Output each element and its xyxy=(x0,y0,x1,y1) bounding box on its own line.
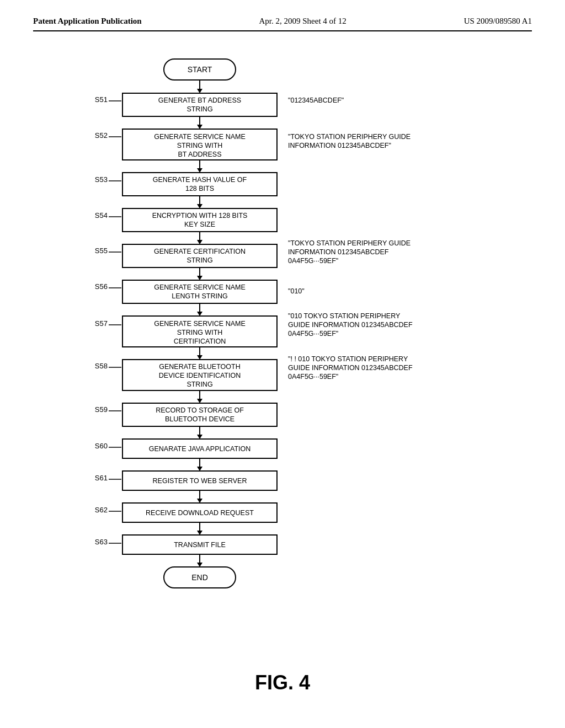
svg-marker-30 xyxy=(197,355,202,360)
step-s59-line2: BLUETOOTH DEVICE xyxy=(165,415,234,423)
flowchart-container: START S51 GENERATE BT ADDRESS STRING "01… xyxy=(33,48,532,649)
step-s61: REGISTER TO WEB SERVER xyxy=(153,477,247,485)
step-s58-line3: STRING xyxy=(186,381,212,388)
annotation-s57-line3: 0A4F5G···59EF" xyxy=(288,330,338,338)
page-header: Patent Application Publication Apr. 2, 2… xyxy=(33,17,532,31)
end-label: END xyxy=(191,573,208,582)
step-s53-line2: 128 BITS xyxy=(185,185,214,192)
step-label-s55: S55 xyxy=(95,247,108,255)
annotation-s58-line1: "! ! 010 TOKYO STATION PERIPHERY xyxy=(288,355,408,363)
start-label: START xyxy=(188,65,212,74)
step-s56-line2: LENGTH STRING xyxy=(172,292,227,300)
step-label-s54: S54 xyxy=(95,211,108,220)
svg-marker-2 xyxy=(197,89,202,93)
step-s58-line2: DEVICE IDENTIFICATION xyxy=(159,372,241,379)
annotation-s57-line1: "010 TOKYO STATION PERIPHERY xyxy=(288,312,401,320)
annotation-s52-line2: INFORMATION 012345ABCDEF" xyxy=(288,142,391,149)
step-label-s62: S62 xyxy=(95,506,108,514)
step-s63: TRANSMIT FILE xyxy=(174,541,226,549)
step-label-s53: S53 xyxy=(95,175,108,184)
svg-marker-14 xyxy=(197,204,202,208)
header-date-sheet: Apr. 2, 2009 Sheet 4 of 12 xyxy=(259,17,347,26)
annotation-s52-line1: "TOKYO STATION PERIPHERY GUIDE xyxy=(288,133,411,141)
svg-marker-50 xyxy=(197,531,202,535)
step-s52-line1: GENERATE SERVICE NAME xyxy=(154,133,246,141)
svg-marker-34 xyxy=(197,399,202,403)
svg-marker-22 xyxy=(197,276,202,280)
figure-caption: FIG. 4 xyxy=(33,671,532,694)
svg-marker-54 xyxy=(197,563,202,567)
annotation-s58-line2: GUIDE INFORMATION 012345ABCDEF xyxy=(288,364,413,372)
step-s54-line1: ENCRYPTION WITH 128 BITS xyxy=(152,212,248,220)
svg-marker-6 xyxy=(197,125,202,129)
step-s51-line1: GENERATE BT ADDRESS xyxy=(158,97,241,104)
page: Patent Application Publication Apr. 2, 2… xyxy=(0,0,565,728)
step-label-s61: S61 xyxy=(95,474,108,482)
step-s59-line1: RECORD TO STORAGE OF xyxy=(156,406,244,414)
step-label-s60: S60 xyxy=(95,442,108,450)
svg-marker-10 xyxy=(197,168,202,173)
step-s57-line3: CERTIFICATION xyxy=(174,338,226,345)
step-s52-line3: BT ADDRESS xyxy=(178,151,222,158)
step-label-s52: S52 xyxy=(95,131,108,140)
annotation-s56: "010" xyxy=(288,287,305,295)
flowchart-svg: START S51 GENERATE BT ADDRESS STRING "01… xyxy=(18,48,547,649)
step-s57-line1: GENERATE SERVICE NAME xyxy=(154,320,246,328)
step-label-s59: S59 xyxy=(95,405,108,414)
svg-marker-46 xyxy=(197,499,202,503)
svg-marker-38 xyxy=(197,435,202,439)
step-s58-line1: GENERATE BLUETOOTH xyxy=(159,363,240,371)
step-s55-line1: GENERATE CERTIFICATION xyxy=(154,248,246,255)
annotation-s57-line2: GUIDE INFORMATION 012345ABCDEF xyxy=(288,321,413,329)
step-label-s57: S57 xyxy=(95,319,108,328)
step-label-s58: S58 xyxy=(95,362,108,370)
annotation-s55-line3: 0A4F5G···59EF" xyxy=(288,257,338,265)
annotation-s58-line3: 0A4F5G···59EF" xyxy=(288,373,338,381)
step-s60: GENARATE JAVA APPLICATION xyxy=(149,445,251,453)
svg-marker-42 xyxy=(197,467,202,471)
step-label-s63: S63 xyxy=(95,538,108,546)
step-s57-line2: STRING WITH xyxy=(177,329,223,336)
step-s56-line1: GENERATE SERVICE NAME xyxy=(154,283,246,291)
step-label-s51: S51 xyxy=(95,95,108,104)
header-publication: Patent Application Publication xyxy=(33,17,142,26)
step-s51-line2: STRING xyxy=(186,105,212,113)
step-label-s56: S56 xyxy=(95,282,108,291)
annotation-s55-line2: INFORMATION 012345ABCDEF xyxy=(288,248,389,256)
svg-marker-18 xyxy=(197,240,202,244)
step-s62: RECEIVE DOWNLOAD REQUEST xyxy=(146,509,254,517)
step-s52-line2: STRING WITH xyxy=(177,142,223,149)
annotation-s55-line1: "TOKYO STATION PERIPHERY GUIDE xyxy=(288,239,411,247)
svg-marker-26 xyxy=(197,312,202,316)
step-s55-line2: STRING xyxy=(186,256,212,264)
step-s54-line2: KEY SIZE xyxy=(184,221,215,228)
annotation-s51: "012345ABCDEF" xyxy=(288,97,344,104)
step-s53-line1: GENERATE HASH VALUE OF xyxy=(153,176,247,184)
header-patent-number: US 2009/089580 A1 xyxy=(464,17,532,26)
